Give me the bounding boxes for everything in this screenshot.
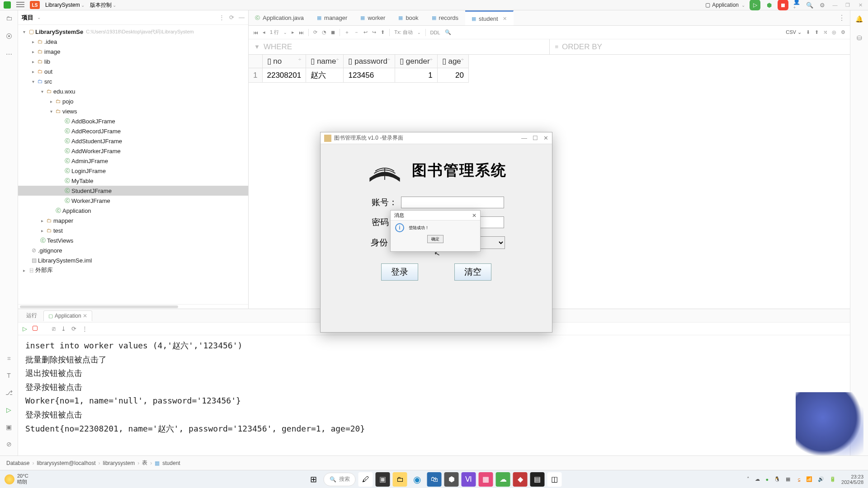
clear-button[interactable]: 清空 xyxy=(454,263,491,281)
order-by-field[interactable]: ORDER BY xyxy=(562,42,602,52)
main-menu-icon[interactable] xyxy=(16,2,24,8)
file-explorer-icon[interactable]: 🗀 xyxy=(393,472,407,487)
run-tool-icon[interactable]: ▷ xyxy=(4,405,14,415)
rollback-icon[interactable]: ◼ xyxy=(331,29,335,35)
more-icon[interactable]: ⋯ xyxy=(4,49,14,59)
tree-file[interactable]: AddRecordJFrame xyxy=(71,128,121,135)
console-output[interactable]: insert into worker values (4,'赵六','12345… xyxy=(18,335,850,470)
breadcrumb-item[interactable]: librarysystem@localhost xyxy=(37,460,95,466)
submit-icon[interactable]: ⬆ xyxy=(381,29,385,35)
tree-file-selected[interactable]: StudentJFrame xyxy=(71,188,112,194)
stop-button[interactable]: ◼ xyxy=(778,0,788,10)
screenshot-icon[interactable]: ⎚ xyxy=(52,325,56,332)
window-close[interactable]: ✕ xyxy=(856,1,864,9)
close-icon[interactable]: ✕ xyxy=(503,16,507,22)
export-format[interactable]: CSV ⌄ xyxy=(786,29,802,35)
tree-iml[interactable]: LibrarySystemSe.iml xyxy=(38,257,92,264)
account-input[interactable] xyxy=(401,197,504,208)
panel-settings-icon[interactable]: ⟳ xyxy=(229,14,234,21)
tree-file[interactable]: AddWorkerJFrame xyxy=(71,148,121,155)
tray-icon[interactable]: ▦ xyxy=(786,476,790,482)
structure-icon[interactable]: ⦿ xyxy=(4,31,14,41)
start-button[interactable]: ⊞ xyxy=(307,472,321,487)
hide-icon[interactable]: — xyxy=(239,14,245,21)
next-page-icon[interactable]: ▸ xyxy=(292,29,294,35)
export-icon[interactable]: ⤓ xyxy=(61,325,66,332)
pending-icon[interactable]: ◔ xyxy=(322,29,326,35)
remove-row-icon[interactable]: － xyxy=(354,29,359,36)
rerun-icon[interactable]: ▷ xyxy=(23,325,27,332)
tab-book[interactable]: ▦book xyxy=(392,10,425,25)
tree-application[interactable]: Application xyxy=(62,207,91,214)
tree-file[interactable]: AddBookJFrame xyxy=(71,118,115,125)
ddl-button[interactable]: DDL xyxy=(430,30,440,35)
tree-out[interactable]: out xyxy=(44,68,52,75)
tab-worker[interactable]: ▦worker xyxy=(354,10,392,25)
tray-icon[interactable]: 🐧 xyxy=(774,476,780,482)
intellij-icon[interactable]: ◫ xyxy=(547,472,562,487)
tree-views[interactable]: views xyxy=(62,108,77,115)
tree-external[interactable]: 外部库 xyxy=(35,266,53,274)
project-badge[interactable]: LS xyxy=(30,1,40,9)
git-icon[interactable]: ⎇ xyxy=(4,388,14,398)
breadcrumb-item[interactable]: 表 xyxy=(142,459,147,467)
col-name[interactable]: ▯ name÷ xyxy=(306,55,344,68)
run-window-tab[interactable]: 运行 xyxy=(22,310,42,321)
project-tree[interactable]: ▾▢LibrarySystemSeC:\Users\19318\Desktop\… xyxy=(18,25,248,304)
breadcrumb-item[interactable]: Database xyxy=(6,460,29,466)
tree-edu[interactable]: edu.wxu xyxy=(53,88,75,95)
tree-test[interactable]: test xyxy=(53,227,63,234)
tree-horizontal-scrollbar[interactable] xyxy=(18,304,248,309)
run-config-tab[interactable]: ▢Application ✕ xyxy=(43,310,92,321)
taskbar-search[interactable]: 🔍 搜索 xyxy=(324,473,356,486)
collapse-all-icon[interactable]: ⋮ xyxy=(219,14,225,21)
msgbox-close[interactable]: ✕ xyxy=(472,212,476,219)
taskbar-app[interactable]: 🖊 xyxy=(359,472,373,487)
tree-testviews[interactable]: TestViews xyxy=(47,237,73,244)
wechat-icon[interactable]: ☁ xyxy=(496,472,510,487)
msgbox-ok-button[interactable]: 确定 xyxy=(427,235,443,243)
tab-records[interactable]: ▦records xyxy=(425,10,465,25)
gc-icon[interactable]: ⟳ xyxy=(71,325,76,332)
breadcrumb-item[interactable]: librarysystem xyxy=(103,460,135,466)
code-with-me-icon[interactable]: 👤⁺ xyxy=(793,1,801,9)
revert-icon[interactable]: ↩ xyxy=(363,29,368,35)
col-password[interactable]: ▯ password÷ xyxy=(344,55,395,68)
settings-icon[interactable]: ⚙ xyxy=(818,1,826,9)
login-button[interactable]: 登录 xyxy=(381,263,418,281)
run-button[interactable]: ▷ xyxy=(750,0,760,10)
tab-application-java[interactable]: ⓒApplication.java xyxy=(249,10,311,25)
tree-file[interactable]: AdminJFrame xyxy=(71,158,108,164)
tab-manager[interactable]: ▦manager xyxy=(311,10,354,25)
where-field[interactable]: WHERE xyxy=(264,42,292,52)
terminal-icon[interactable]: T xyxy=(4,371,14,380)
build-icon[interactable]: ▣ xyxy=(4,422,14,432)
onedrive-icon[interactable]: ☁ xyxy=(755,476,760,482)
breadcrumb-item[interactable]: student xyxy=(162,460,180,466)
taskbar-app[interactable]: ▤ xyxy=(530,472,545,487)
first-page-icon[interactable]: ⏮ xyxy=(253,30,258,35)
weather-widget[interactable]: 20°C晴朗 xyxy=(5,473,28,485)
problems-icon[interactable]: ⊘ xyxy=(4,439,14,449)
taskbar-app[interactable]: ◆ xyxy=(513,472,528,487)
project-name[interactable]: LibrarySystem⌄ xyxy=(45,2,85,8)
tree-image[interactable]: image xyxy=(44,48,60,55)
table-row[interactable]: 1 22308201 赵六 123456 1 20 xyxy=(249,68,468,83)
settings-icon[interactable]: ⚙ xyxy=(841,29,845,35)
last-page-icon[interactable]: ⏭ xyxy=(299,30,304,35)
dialog-close[interactable]: ✕ xyxy=(543,135,548,141)
notifications-icon[interactable]: 🔔 xyxy=(854,14,864,24)
tree-idea[interactable]: .idea xyxy=(44,38,57,45)
taskbar-app[interactable]: ▣ xyxy=(376,472,390,487)
tree-gitignore[interactable]: .gitignore xyxy=(38,247,62,254)
taskbar-app[interactable]: ⬢ xyxy=(444,472,459,487)
services-icon[interactable]: ⌗ xyxy=(4,353,14,363)
dialog-maximize[interactable]: ☐ xyxy=(533,135,538,141)
tree-file[interactable]: MyTable xyxy=(71,178,93,184)
volume-icon[interactable]: 🔊 xyxy=(818,476,824,482)
more-actions-icon[interactable]: ⋮ xyxy=(82,325,88,332)
battery-icon[interactable]: 🔋 xyxy=(830,476,836,482)
clock[interactable]: 23:232024/5/28 xyxy=(841,474,863,485)
window-restore[interactable]: ❐ xyxy=(844,1,852,9)
tree-file[interactable]: WorkerJFrame xyxy=(71,197,110,204)
